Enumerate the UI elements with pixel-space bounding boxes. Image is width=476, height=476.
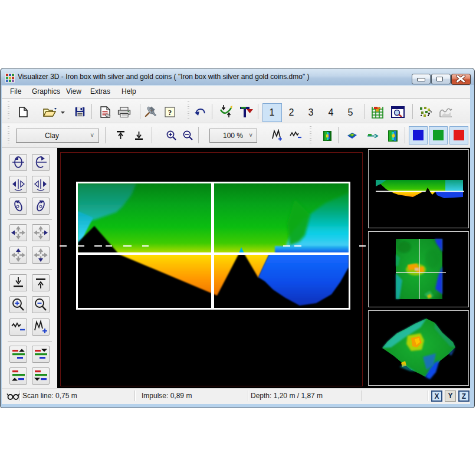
svg-text:?: ? [168, 108, 172, 117]
